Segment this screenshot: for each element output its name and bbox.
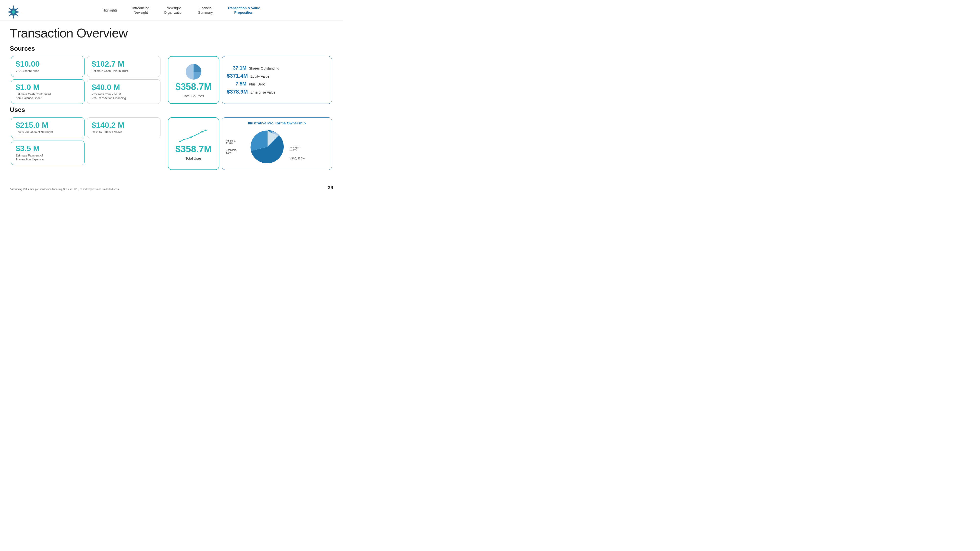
summary-shares-desc: Shares Outstanding	[249, 67, 279, 70]
summary-debt-desc: Plus: Debt	[249, 82, 265, 86]
uses-total-label: Total Uses	[186, 157, 201, 160]
svg-point-10	[205, 130, 207, 131]
ownership-labels-left: Funders,11.8% Sponsors,8.1%	[226, 139, 245, 154]
uses-card-3: $3.5 M Estimate Payment of Transaction E…	[11, 141, 84, 165]
summary-debt-num: 7.5M	[227, 81, 247, 87]
summary-enterprise-num: $378.9M	[227, 89, 248, 95]
sources-card-2: $102.7 M Estimate Cash Held in Trust	[87, 56, 161, 77]
svg-point-8	[198, 133, 199, 135]
uses-card-2-value: $140.2 M	[92, 121, 156, 130]
sources-card-1: $10.00 VSAC share price	[11, 56, 84, 77]
ownership-labels-right: Newsight,52.8% VSAC, 27.3%	[290, 134, 309, 160]
ownership-pie	[248, 127, 287, 166]
svg-point-6	[190, 137, 192, 138]
newsight-label: Newsight,52.8%	[290, 146, 309, 151]
nav-highlights[interactable]: Highlights	[102, 8, 117, 13]
summary-equity-desc: Equity Value	[250, 75, 269, 78]
ownership-title: Illustrative Pro Forma Ownership	[226, 121, 328, 125]
summary-row-2: $371.4M Equity Value	[227, 73, 327, 79]
uses-label: Uses	[10, 106, 333, 114]
sources-card-2-label: Estimate Cash Held in Trust	[92, 69, 156, 73]
uses-card-3-label: Estimate Payment of Transaction Expenses	[16, 154, 80, 161]
sources-card-3-label: Estimate Cash Contributed from Balance S…	[16, 92, 80, 100]
sources-total-value: $358.7M	[175, 81, 212, 92]
uses-total-value: $358.7M	[175, 144, 212, 154]
uses-card-1-label: Equity Valuation of Newsight	[16, 130, 80, 135]
summary-row-3: 7.5M Plus: Debt	[227, 81, 327, 87]
sources-card-4-label: Proceeds from PIPE & Pre-Transaction Fin…	[92, 92, 156, 100]
nav-links: Highlights Introducing Newsight Newsight…	[29, 6, 333, 18]
summary-row-4: $378.9M Enterprise Value	[227, 89, 327, 95]
sources-card-2-value: $102.7 M	[92, 60, 156, 68]
summary-shares-num: 37.1M	[227, 65, 247, 71]
summary-equity-num: $371.4M	[227, 73, 248, 79]
uses-section: Uses $215.0 M Equity Valuation of Newsig…	[10, 106, 333, 171]
sponsors-label: Sponsors,8.1%	[226, 149, 245, 154]
svg-point-3	[179, 141, 181, 142]
sources-left-cards: $10.00 VSAC share price $102.7 M Estimat…	[10, 55, 167, 105]
ownership-body: Funders,11.8% Sponsors,8.1%	[226, 127, 328, 166]
svg-point-5	[187, 138, 188, 139]
sources-card-1-label: VSAC share price	[16, 69, 80, 73]
svg-point-4	[183, 139, 185, 140]
page-title: Transaction Overview	[10, 26, 333, 40]
vsac-label: VSAC, 27.3%	[290, 157, 309, 160]
sources-total-card: $358.7M Total Sources	[168, 56, 219, 104]
uses-card-1-value: $215.0 M	[16, 121, 80, 130]
svg-point-7	[194, 135, 196, 136]
svg-point-1	[12, 10, 15, 14]
uses-card-2-label: Cash to Balance Sheet	[92, 130, 156, 135]
logo	[5, 3, 22, 21]
sources-card-3: $1.0 M Estimate Cash Contributed from Ba…	[11, 79, 84, 104]
sources-card-4: $40.0 M Proceeds from PIPE & Pre-Transac…	[87, 79, 161, 104]
sources-pie-chart	[184, 62, 204, 81]
summary-enterprise-desc: Enterprise Value	[250, 91, 275, 94]
uses-total-card: $358.7M Total Uses	[168, 117, 219, 170]
uses-card-2: $140.2 M Cash to Balance Sheet	[87, 117, 161, 138]
sources-total-label: Total Sources	[183, 94, 204, 98]
sources-section: Sources $10.00 VSAC share price $102.7 M…	[10, 45, 333, 105]
ownership-card: Illustrative Pro Forma Ownership Funders…	[222, 117, 332, 170]
nav-transaction[interactable]: Transaction & Value Proposition	[228, 6, 260, 15]
nav-financial[interactable]: Financial Summary	[198, 6, 213, 15]
footer-note: * Assuming $10 million pre-transaction f…	[10, 188, 119, 191]
sources-label: Sources	[10, 45, 333, 52]
summary-row-1: 37.1M Shares Outstanding	[227, 65, 327, 71]
uses-card-1: $215.0 M Equity Valuation of Newsight	[11, 117, 84, 138]
page-number: 39	[328, 185, 333, 191]
funders-label: Funders,11.8%	[226, 139, 245, 145]
sources-card-4-value: $40.0 M	[92, 83, 156, 92]
summary-stats-card: 37.1M Shares Outstanding $371.4M Equity …	[222, 56, 332, 104]
uses-card-3-value: $3.5 M	[16, 144, 80, 153]
svg-point-9	[201, 131, 203, 132]
uses-left-cards: $215.0 M Equity Valuation of Newsight $1…	[10, 116, 167, 171]
nav-bar: Highlights Introducing Newsight Newsight…	[0, 0, 343, 21]
sources-card-3-value: $1.0 M	[16, 83, 80, 92]
uses-line-chart	[179, 127, 208, 144]
nav-introducing[interactable]: Introducing Newsight	[132, 6, 149, 15]
main-content: Transaction Overview Sources $10.00 VSAC…	[0, 21, 343, 176]
sources-card-1-value: $10.00	[16, 60, 80, 68]
nav-organization[interactable]: Newsight Organization	[164, 6, 183, 15]
